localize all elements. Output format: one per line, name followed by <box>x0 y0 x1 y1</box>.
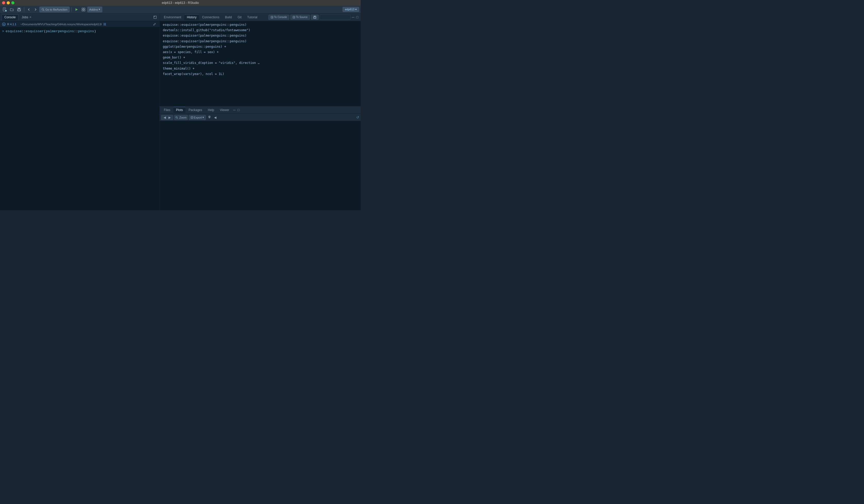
main-toolbar: Go to file/function Addins ▾ edp613 ▾ <box>0 6 361 13</box>
console-line-1: > esquisse::esquisser(palmerpenguins::pe… <box>2 29 157 34</box>
svg-rect-7 <box>18 8 20 9</box>
history-item[interactable]: devtools::install_github("rstudio/fontaw… <box>160 27 361 33</box>
save-history-button[interactable] <box>311 15 319 20</box>
svg-rect-13 <box>82 10 83 11</box>
history-item[interactable]: esquisse::esquisser(palmerpenguins::peng… <box>160 39 361 44</box>
forward-button[interactable] <box>33 7 38 12</box>
delete-plot-button[interactable] <box>207 115 212 120</box>
right-panel: Environment History Connections Build Gi… <box>160 13 361 210</box>
window-title: edp613 - edp613 - RStudio <box>162 1 199 5</box>
save-button[interactable] <box>16 7 22 12</box>
bottom-right-maximize[interactable]: □ <box>237 108 240 112</box>
history-item[interactable]: esquisse::esquisser(palmerpenguins::peng… <box>160 33 361 38</box>
to-source-label: To Source <box>296 16 308 19</box>
addins-button[interactable]: Addins ▾ <box>87 7 103 12</box>
back-button[interactable] <box>26 7 32 12</box>
path-link-icon[interactable]: ⛓ <box>103 23 106 26</box>
bottom-right-panel: Files Plots Packages Help Viewer ─ □ <box>160 106 361 210</box>
r-version: R 4.1.1 <box>7 23 16 26</box>
tab-jobs-label: Jobs <box>22 15 28 19</box>
traffic-lights <box>2 1 14 4</box>
svg-rect-21 <box>314 16 315 17</box>
plots-scroll-left[interactable]: ◀ <box>213 115 217 120</box>
zoom-button[interactable]: Zoom <box>174 115 188 120</box>
history-item[interactable]: geom_bar() + <box>160 55 361 60</box>
project-name-label: edp613 <box>345 8 355 11</box>
path-separator: · <box>18 23 19 26</box>
svg-rect-14 <box>84 10 85 11</box>
addins-label: Addins <box>89 8 98 11</box>
export-button[interactable]: Export ▾ <box>189 115 206 120</box>
tab-tutorial[interactable]: Tutorial <box>244 14 260 20</box>
svg-rect-11 <box>82 8 83 9</box>
plots-forward-button[interactable]: ▶ <box>167 115 172 120</box>
plots-back-button[interactable]: ◀ <box>163 115 167 120</box>
zoom-label: Zoom <box>179 116 187 119</box>
svg-rect-22 <box>314 17 316 18</box>
separator-1 <box>24 7 24 12</box>
history-item[interactable]: aes(x = species, fill = sex) + <box>160 49 361 55</box>
tab-history[interactable]: History <box>184 14 199 20</box>
tab-jobs[interactable]: Jobs ✕ <box>19 14 34 20</box>
export-label: Export <box>194 116 202 119</box>
history-item[interactable]: facet_wrap(vars(year), ncol = 1L) <box>160 71 361 77</box>
new-file-button[interactable] <box>2 7 8 12</box>
go-to-file-button[interactable]: Go to file/function <box>39 7 70 12</box>
history-item[interactable]: ggplot(palmerpenguins::penguins) + <box>160 44 361 49</box>
go-to-file-label: Go to file/function <box>45 8 68 11</box>
history-content: esquisse::esquisser(palmerpenguins::peng… <box>160 21 361 106</box>
bottom-panel-tab-bar: Files Plots Packages Help Viewer ─ □ <box>160 106 361 114</box>
tab-viewer[interactable]: Viewer <box>217 107 231 113</box>
console-maximize-button[interactable] <box>152 15 158 20</box>
plots-refresh-button[interactable]: ↺ <box>356 116 359 119</box>
working-path: ~/Documents/WVU/Teaching/GitHub.nosync/W… <box>20 23 102 26</box>
console-area[interactable]: > esquisse::esquisser(palmerpenguins::pe… <box>0 27 159 210</box>
toolbar-right: edp613 ▾ <box>343 7 359 12</box>
tab-environment[interactable]: Environment <box>161 14 184 20</box>
plots-area <box>160 121 361 210</box>
export-arrow: ▾ <box>203 116 204 119</box>
to-console-button[interactable]: To Console <box>268 15 289 20</box>
svg-line-10 <box>44 10 44 11</box>
tab-bar-actions <box>152 15 158 20</box>
minimize-button[interactable] <box>7 1 10 4</box>
grid-button[interactable] <box>81 7 86 12</box>
tab-connections[interactable]: Connections <box>200 14 222 20</box>
open-file-button[interactable] <box>9 7 15 12</box>
to-console-label: To Console <box>274 16 287 19</box>
bottom-right-minimize[interactable]: ─ <box>232 108 236 112</box>
top-right-maximize[interactable]: □ <box>356 15 359 19</box>
run-button[interactable] <box>73 7 80 12</box>
tab-files[interactable]: Files <box>161 107 173 113</box>
tab-console[interactable]: Console <box>2 14 19 20</box>
console-edit-button[interactable] <box>152 22 157 26</box>
maximize-button[interactable] <box>11 1 14 4</box>
svg-rect-8 <box>18 10 20 11</box>
console-tab-bar: Console Jobs ✕ <box>0 13 159 21</box>
tab-console-label: Console <box>4 15 16 19</box>
tab-plots[interactable]: Plots <box>173 107 185 113</box>
nav-button-group: ◀ ▶ <box>161 115 173 120</box>
tab-jobs-close[interactable]: ✕ <box>29 16 32 19</box>
project-button[interactable]: edp613 ▾ <box>343 7 359 12</box>
top-right-minimize[interactable]: ─ <box>351 15 355 19</box>
history-item[interactable]: scale_fill_viridis_d(option = "viridis",… <box>160 60 361 66</box>
history-search[interactable] <box>320 15 351 20</box>
svg-rect-12 <box>84 8 85 9</box>
tab-git[interactable]: Git <box>235 14 244 20</box>
history-item[interactable]: esquisse::esquisser(palmerpenguins::peng… <box>160 22 361 27</box>
top-right-panel: Environment History Connections Build Gi… <box>160 13 361 106</box>
top-panel-tab-bar: Environment History Connections Build Gi… <box>160 13 361 21</box>
console-command: esquisse::esquisser(palmerpenguins::peng… <box>6 29 96 34</box>
tab-help[interactable]: Help <box>205 107 217 113</box>
title-bar: edp613 - edp613 - RStudio <box>0 0 361 6</box>
tab-build[interactable]: Build <box>222 14 235 20</box>
svg-rect-15 <box>154 16 156 19</box>
left-panel: Console Jobs ✕ R R 4.1.1 · ~/Documents/W… <box>0 13 160 210</box>
path-bar: R R 4.1.1 · ~/Documents/WVU/Teaching/Git… <box>0 21 159 27</box>
close-button[interactable] <box>2 1 5 4</box>
tab-packages[interactable]: Packages <box>186 107 205 113</box>
to-source-button[interactable]: To Source <box>290 15 310 20</box>
path-bar-actions <box>152 22 157 26</box>
history-item[interactable]: theme_minimal() + <box>160 66 361 71</box>
